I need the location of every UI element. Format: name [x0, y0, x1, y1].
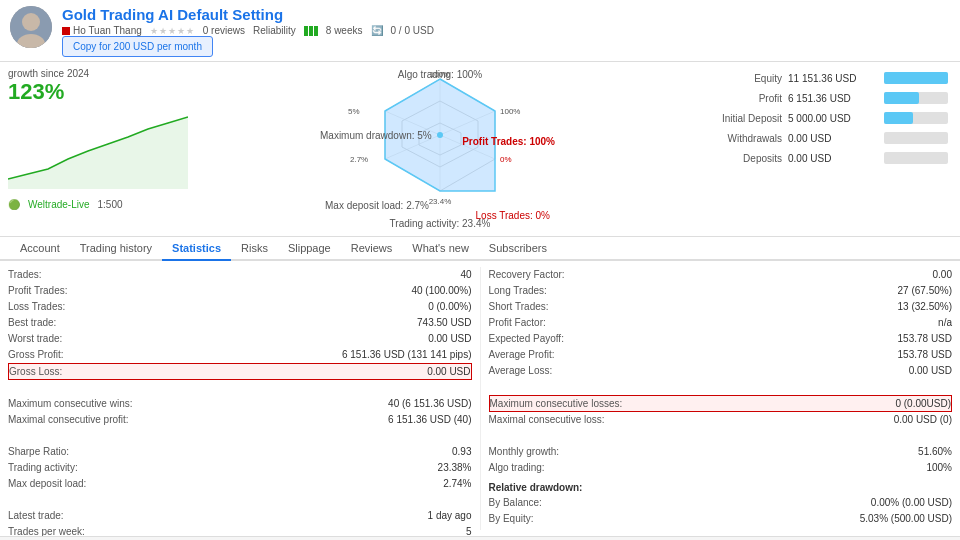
stat-value: 0.00	[933, 269, 952, 280]
stat-label: Maximal consecutive loss:	[489, 414, 605, 425]
stat-max-consec-profit: Maximal consecutive profit: 6 151.36 USD…	[8, 412, 472, 428]
growth-label: growth since 2024	[8, 68, 192, 79]
stat-by-equity: By Equity: 5.03% (500.00 USD)	[489, 511, 953, 527]
tab-account[interactable]: Account	[10, 237, 70, 261]
stat-profit-factor: Profit Factor: n/a	[489, 315, 953, 331]
copy-button[interactable]: Copy for 200 USD per month	[62, 36, 213, 57]
equity-value: 11 151.36 USD	[788, 73, 878, 84]
stat-label: Trades:	[8, 269, 42, 280]
stat-value: 6 151.36 USD (131 141 pips)	[342, 349, 472, 360]
initial-deposit-row: Initial Deposit 5 000.00 USD	[692, 112, 948, 124]
stat-best-trade: Best trade: 743.50 USD	[8, 315, 472, 331]
stat-spacer3	[8, 492, 472, 508]
broker-name: Ho Tuan Thang	[62, 25, 142, 36]
stat-value: 0.00% (0.00 USD)	[871, 497, 952, 508]
stat-value: 5.03% (500.00 USD)	[860, 513, 952, 524]
stat-value: 0.00 USD	[428, 333, 471, 344]
stat-profit-trades: Profit Trades: 40 (100.00%)	[8, 283, 472, 299]
stat-by-balance: By Balance: 0.00% (0.00 USD)	[489, 495, 953, 511]
stat-label: Expected Payoff:	[489, 333, 564, 344]
profit-bar-track	[884, 92, 948, 104]
stat-value: 0.00 USD (0)	[894, 414, 952, 425]
equity-bar-track	[884, 72, 948, 84]
stat-value: 5	[466, 526, 472, 536]
page-title: Gold Trading AI Default Setting	[62, 6, 950, 23]
stat-gross-loss: Gross Loss: 0.00 USD	[8, 363, 472, 380]
stat-long-trades: Long Trades: 27 (67.50%)	[489, 283, 953, 299]
stat-label: Long Trades:	[489, 285, 547, 296]
withdrawals-value: 0.00 USD	[788, 133, 878, 144]
stat-value: 40 (6 151.36 USD)	[388, 398, 471, 409]
tabs-bar: Account Trading history Statistics Risks…	[0, 237, 960, 261]
stat-label: Short Trades:	[489, 301, 549, 312]
radar-chart: 100% 100% 0% 23.4% 2.7% 5% Algo trading:…	[330, 69, 550, 229]
broker-online-icon: 🟢	[8, 199, 20, 210]
stat-recovery: Recovery Factor: 0.00	[489, 267, 953, 283]
reviews-count: 0 reviews	[203, 25, 245, 36]
chart-right: Equity 11 151.36 USD Profit 6 151.36 USD…	[680, 62, 960, 236]
withdrawals-label: Withdrawals	[692, 133, 782, 144]
svg-text:100%: 100%	[500, 107, 520, 116]
stat-label: Latest trade:	[8, 510, 64, 521]
stats-col-right: Recovery Factor: 0.00 Long Trades: 27 (6…	[481, 267, 961, 530]
svg-text:5%: 5%	[348, 107, 360, 116]
stat-label: By Balance:	[489, 497, 542, 508]
reliability-label: Reliability	[253, 25, 296, 36]
relative-drawdown-header: Relative drawdown:	[489, 482, 953, 493]
tab-statistics[interactable]: Statistics	[162, 237, 231, 261]
stat-latest-trade: Latest trade: 1 day ago	[8, 508, 472, 524]
stat-spacer1	[8, 380, 472, 396]
stat-label: Gross Loss:	[9, 366, 62, 377]
stat-value: 0.00 USD	[909, 365, 952, 376]
tab-risks[interactable]: Risks	[231, 237, 278, 261]
tab-subscribers[interactable]: Subscribers	[479, 237, 557, 261]
stat-value: 153.78 USD	[898, 349, 952, 360]
header-info: Gold Trading AI Default Setting Ho Tuan …	[62, 6, 950, 57]
stat-label: Maximal consecutive profit:	[8, 414, 129, 425]
deposits-row: Deposits 0.00 USD	[692, 152, 948, 164]
initial-deposit-bar-fill	[884, 112, 913, 124]
svg-text:23.4%: 23.4%	[429, 197, 452, 206]
stat-value: 23.38%	[438, 462, 472, 473]
stat-monthly-growth: Monthly growth: 51.60%	[489, 444, 953, 460]
chart-center: 100% 100% 0% 23.4% 2.7% 5% Algo trading:…	[200, 62, 680, 236]
growth-percent: 123%	[8, 79, 192, 105]
stat-avg-profit: Average Profit: 153.78 USD	[489, 347, 953, 363]
stat-value: 0.00 USD	[427, 366, 470, 377]
stats-grid: Trades: 40 Profit Trades: 40 (100.00%) L…	[0, 261, 960, 536]
stat-value: 0 (0.00%)	[428, 301, 471, 312]
profit-value: 6 151.36 USD	[788, 93, 878, 104]
max-drawdown-label: Maximum drawdown: 5%	[320, 130, 432, 141]
stat-avg-loss: Average Loss: 0.00 USD	[489, 363, 953, 379]
stat-spacer5	[489, 428, 953, 444]
equity-row: Equity 11 151.36 USD	[692, 72, 948, 84]
stat-label: Loss Trades:	[8, 301, 65, 312]
reliability-bars	[304, 26, 318, 36]
profit-row: Profit 6 151.36 USD	[692, 92, 948, 104]
deposits-value: 0.00 USD	[788, 153, 878, 164]
stat-label: Gross Profit:	[8, 349, 64, 360]
stat-spacer2	[8, 428, 472, 444]
stat-label: Best trade:	[8, 317, 56, 328]
tab-whats-new[interactable]: What's new	[402, 237, 479, 261]
deposits-bar-track	[884, 152, 948, 164]
trading-activity-label: Trading activity: 23.4%	[390, 218, 491, 229]
stat-value: 1 day ago	[428, 510, 472, 521]
stat-label: Algo trading:	[489, 462, 545, 473]
stat-max-deposit: Max deposit load: 2.74%	[8, 476, 472, 492]
star-icons: ★★★★★	[150, 26, 195, 36]
stat-loss-trades: Loss Trades: 0 (0.00%)	[8, 299, 472, 315]
tab-reviews[interactable]: Reviews	[341, 237, 403, 261]
tab-trading-history[interactable]: Trading history	[70, 237, 162, 261]
stat-trades-per-week: Trades per week: 5	[8, 524, 472, 536]
stat-label: Sharpe Ratio:	[8, 446, 69, 457]
stat-value: 40 (100.00%)	[411, 285, 471, 296]
stat-max-consec-wins: Maximum consecutive wins: 40 (6 151.36 U…	[8, 396, 472, 412]
stat-value: 100%	[926, 462, 952, 473]
stat-value: 743.50 USD	[417, 317, 471, 328]
broker-link[interactable]: Weltrade-Live	[28, 199, 90, 210]
stat-value: 0.93	[452, 446, 471, 457]
tab-slippage[interactable]: Slippage	[278, 237, 341, 261]
stat-sharpe: Sharpe Ratio: 0.93	[8, 444, 472, 460]
equity-bar-fill	[884, 72, 948, 84]
